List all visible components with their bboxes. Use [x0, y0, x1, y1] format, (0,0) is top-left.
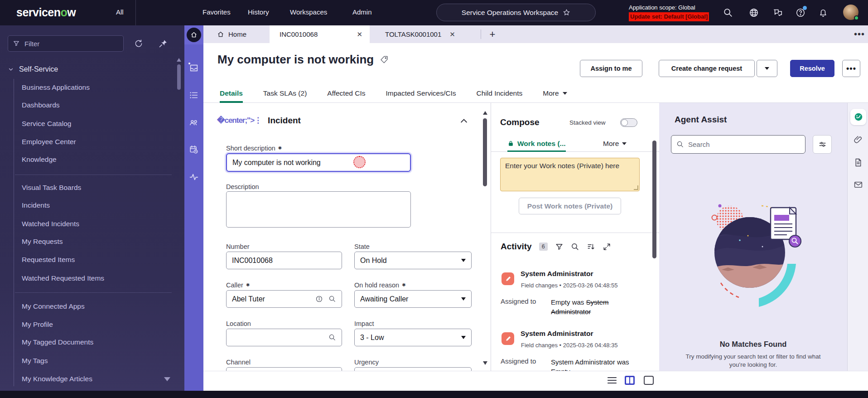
urgency-select[interactable]: [354, 367, 472, 371]
tab-work-notes[interactable]: Work notes (...: [507, 136, 566, 152]
sidebar-filter[interactable]: [8, 35, 124, 52]
lookup-search-icon[interactable]: [328, 295, 336, 303]
sidebar-item-business-applications[interactable]: Business Applications: [22, 80, 90, 95]
lists-icon[interactable]: [189, 90, 199, 100]
subtab-affected-cis[interactable]: Affected CIs: [327, 84, 365, 103]
sidebar-item-incidents[interactable]: Incidents: [22, 198, 50, 213]
servicenow-logo[interactable]: servicenow: [16, 6, 76, 19]
sidebar-scrollbar[interactable]: [177, 58, 181, 90]
sidebar-item-my-tagged-documents[interactable]: My Tagged Documents: [22, 335, 93, 349]
activity-author[interactable]: System Administrator: [521, 330, 593, 338]
email-icon[interactable]: [854, 180, 863, 189]
sidebar-item-my-profile[interactable]: My Profile: [22, 317, 53, 332]
agent-assist-search[interactable]: [671, 135, 805, 154]
section-drag-handle[interactable]: �center;">⋮: [217, 117, 261, 124]
agent-assist-rail-button[interactable]: [850, 109, 866, 125]
tags-icon[interactable]: [380, 55, 389, 64]
agent-assist-search-input[interactable]: [688, 141, 800, 148]
sidebar-item-service-catalog[interactable]: Service Catalog: [22, 116, 71, 131]
collapse-section-icon[interactable]: [459, 116, 468, 126]
nav-workspaces[interactable]: Workspaces: [290, 8, 327, 16]
compose-more-menu[interactable]: More: [603, 136, 627, 150]
more-actions-button[interactable]: •••: [842, 60, 860, 77]
split-view-toggle-selected[interactable]: [624, 375, 635, 385]
search-settings-button[interactable]: [813, 135, 832, 154]
stacked-view-toggle[interactable]: [620, 118, 637, 127]
sidebar-item-watched-incidents[interactable]: Watched Incidents: [22, 217, 79, 231]
sidebar-item-requested-items[interactable]: Requested Items: [22, 252, 75, 267]
sidebar-item-my-knowledge-articles[interactable]: My Knowledge Articles: [22, 372, 92, 386]
globe-icon[interactable]: [749, 8, 759, 18]
user-avatar[interactable]: [843, 5, 858, 20]
workspace-home-button[interactable]: [184, 25, 203, 44]
sidebar-item-my-connected-apps[interactable]: My Connected Apps: [22, 299, 85, 314]
sidebar-group-self-service[interactable]: Self-Service: [8, 62, 58, 77]
subtab-impacted-services[interactable]: Impacted Services/CIs: [386, 84, 456, 103]
sidebar-item-visual-task-boards[interactable]: Visual Task Boards: [22, 180, 81, 195]
lookup-search-icon[interactable]: [328, 334, 336, 341]
description-textarea[interactable]: [232, 192, 405, 227]
tab-incident[interactable]: INC0010068 ✕: [270, 25, 370, 43]
inbox-icon[interactable]: [189, 63, 199, 73]
sidebar-item-employee-center[interactable]: Employee Center: [22, 135, 76, 149]
attachments-paperclip-icon[interactable]: [854, 135, 863, 145]
filter-input[interactable]: [24, 40, 119, 48]
tab-home[interactable]: Home: [212, 25, 251, 43]
nav-history[interactable]: History: [248, 8, 269, 16]
new-tab-button[interactable]: +: [483, 25, 502, 43]
workspace-switcher[interactable]: Service Operations Workspace: [436, 4, 596, 21]
work-notes-textarea[interactable]: [505, 162, 635, 187]
sidebar-item-watched-requested-items[interactable]: Watched Requested Items: [22, 271, 104, 286]
compose-scrollbar[interactable]: [652, 141, 656, 258]
resolve-button[interactable]: Resolve: [790, 60, 834, 77]
calendar-schedule-icon[interactable]: [189, 145, 199, 155]
assign-to-me-button[interactable]: Assign to me: [580, 60, 642, 77]
document-details-icon[interactable]: [854, 158, 863, 167]
scroll-up-arrow[interactable]: [177, 58, 181, 62]
short-description-input[interactable]: [232, 159, 405, 167]
subtab-details[interactable]: Details: [220, 84, 243, 103]
pin-icon[interactable]: [159, 39, 168, 48]
scroll-up-arrow[interactable]: [483, 111, 487, 115]
refresh-icon[interactable]: [134, 39, 143, 48]
subtab-task-slas[interactable]: Task SLAs (2): [263, 84, 307, 103]
subtab-child-incidents[interactable]: Child Incidents: [477, 84, 523, 103]
caller-field[interactable]: [226, 290, 342, 308]
description-field[interactable]: [226, 191, 411, 228]
sidebar-item-my-requests[interactable]: My Requests: [22, 234, 63, 249]
activity-sort-icon[interactable]: [587, 243, 595, 251]
close-tab-icon[interactable]: ✕: [448, 30, 463, 39]
scrollbar-thumb[interactable]: [177, 64, 181, 90]
on-hold-reason-select[interactable]: Awaiting Caller: [354, 290, 472, 308]
scroll-down-arrow[interactable]: [164, 377, 170, 381]
info-icon[interactable]: [315, 295, 323, 303]
activity-author[interactable]: System Administrator: [521, 270, 593, 278]
post-work-notes-button[interactable]: Post Work notes (Private): [519, 198, 621, 214]
activity-expand-icon[interactable]: [603, 243, 611, 251]
activity-search-icon[interactable]: [571, 243, 579, 251]
activity-filter-icon[interactable]: [555, 243, 564, 251]
scroll-down-arrow[interactable]: [483, 361, 487, 365]
close-tab-icon[interactable]: ✕: [355, 30, 370, 39]
tab-overflow-menu[interactable]: •••: [850, 25, 868, 43]
notifications-bell-icon[interactable]: [818, 8, 828, 18]
form-scrollbar[interactable]: [483, 111, 487, 365]
search-icon[interactable]: [723, 8, 733, 18]
all-menu[interactable]: All: [116, 8, 124, 16]
tab-toltask[interactable]: TOLTASK0001001 ✕: [381, 25, 471, 43]
impact-select[interactable]: 3 - Low: [354, 329, 472, 346]
sidebar-item-my-tags[interactable]: My Tags: [22, 354, 48, 368]
nav-admin[interactable]: Admin: [352, 8, 372, 16]
sidebar-item-dashboards[interactable]: Dashboards: [22, 98, 60, 112]
number-input[interactable]: [232, 257, 336, 265]
state-select[interactable]: On Hold: [354, 252, 472, 269]
channel-field[interactable]: [226, 367, 342, 371]
create-change-request-button[interactable]: Create change request: [659, 60, 755, 77]
scrollbar-thumb[interactable]: [483, 118, 487, 186]
list-view-toggle[interactable]: [607, 375, 617, 385]
location-field[interactable]: [226, 329, 342, 346]
resize-handle[interactable]: [634, 185, 638, 190]
full-view-toggle[interactable]: [643, 375, 654, 385]
chat-icon[interactable]: [773, 8, 783, 18]
caller-input[interactable]: [232, 295, 310, 303]
